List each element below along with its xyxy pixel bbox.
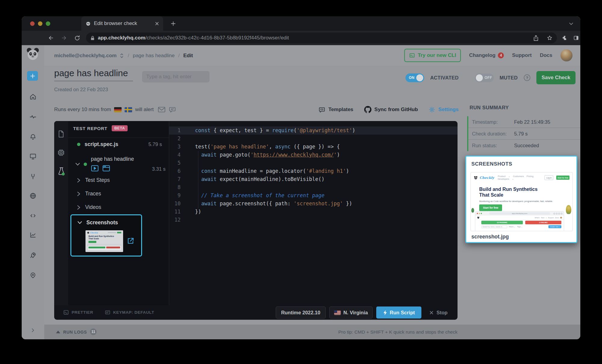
file-tab-icon[interactable] [57, 130, 65, 138]
window-controls[interactable] [30, 21, 50, 26]
side-panel-icon[interactable] [573, 35, 579, 41]
minimize-window-button[interactable] [38, 21, 42, 26]
sidebar-expand-chevron-icon[interactable] [30, 328, 36, 333]
sync-github-button[interactable]: Sync from GitHub [364, 106, 418, 113]
runtime-selector[interactable]: Runtime 2022.10 [276, 306, 326, 319]
changelog-link[interactable]: Changelog 4 [469, 52, 504, 58]
code-line[interactable]: 12 [169, 216, 458, 224]
code-line[interactable]: 7 await expect(mainHeadline).toBeVisible… [169, 175, 458, 183]
user-avatar[interactable] [560, 49, 573, 61]
keymap-button[interactable]: KEYMAP: DEFAULT [105, 310, 154, 315]
support-link[interactable]: Support [512, 52, 532, 58]
mini-passing-bar [88, 247, 105, 248]
tree-item-test-steps[interactable]: Test Steps [77, 177, 110, 183]
tab-close-icon[interactable] [155, 22, 159, 26]
sidebar-item-quickstart[interactable] [29, 251, 37, 259]
run-summary-table: Timestamp: Feb 22 15:49:35 Check duratio… [467, 116, 580, 151]
prettier-button[interactable]: PRETTIER [63, 310, 93, 315]
summary-value: 5.79 s [514, 131, 528, 137]
mini-headline-1: Build and Run Synthetics [88, 235, 120, 238]
browser-tab[interactable]: Edit browser check [81, 16, 163, 31]
spec-file-row[interactable]: script.spec.js 5.79 s [77, 140, 169, 149]
docs-link[interactable]: Docs [540, 52, 552, 58]
video-icon[interactable] [91, 165, 99, 172]
tab-search-chevron-icon[interactable] [569, 22, 573, 25]
muted-help-icon[interactable]: ? [524, 74, 530, 81]
sweden-flag-icon [125, 107, 132, 112]
sidebar-item-monitoring[interactable] [29, 113, 37, 120]
sidebar-item-locations[interactable] [29, 272, 37, 279]
sidebar-item-dashboards[interactable] [29, 153, 37, 160]
checkly-raccoon-logo-icon [474, 176, 478, 180]
sidebar-item-snippets[interactable] [29, 212, 37, 219]
settings-button[interactable]: Settings [429, 106, 458, 113]
sidebar-item-private-locations[interactable] [29, 192, 37, 200]
line-number: 6 [169, 167, 186, 175]
extensions-puzzle-icon[interactable] [562, 35, 568, 41]
code-line[interactable]: 2 [169, 135, 458, 143]
sidebar-item-alerts[interactable] [29, 133, 37, 141]
bookmark-star-icon[interactable] [547, 35, 553, 41]
plus-icon [30, 73, 35, 79]
share-icon[interactable] [533, 35, 539, 41]
tree-item-traces[interactable]: Traces [77, 191, 101, 197]
tree-item-videos[interactable]: Videos [77, 204, 101, 210]
email-alert-icon[interactable] [158, 106, 166, 113]
lightning-icon [383, 310, 387, 316]
sidebar-item-analytics[interactable] [29, 231, 37, 239]
code-line[interactable]: 8 [169, 183, 458, 191]
sms-alert-icon[interactable] [169, 106, 176, 113]
check-name-input[interactable] [54, 68, 133, 81]
region-selector[interactable]: N. Virginia [329, 306, 373, 319]
screenshot-mini-thumbnail[interactable]: Checkly Build and Run Synthetics That Sc… [85, 230, 123, 252]
summary-row-status: Run status: Succeeded [468, 140, 580, 151]
browser-window-icon[interactable] [102, 165, 110, 172]
try-cli-button[interactable]: Try our new CLI [404, 49, 461, 62]
github-icon [364, 106, 371, 113]
test-report-flask-icon[interactable] [57, 167, 66, 176]
sidebar-item-maintenance[interactable] [29, 173, 37, 180]
reload-icon[interactable] [74, 35, 80, 41]
code-line[interactable]: 3test('page has headline', async ({ page… [169, 143, 458, 151]
create-new-button[interactable] [27, 71, 38, 81]
checkly-panda-logo-icon[interactable] [26, 47, 40, 61]
code-line[interactable]: 6 const mainHeadline = page.locator('#la… [169, 167, 458, 175]
run-logs-bar[interactable]: RUN LOGS 11 Pro tip: CMD + SHIFT + K qui… [44, 325, 580, 339]
account-switcher[interactable]: michelle@checklyhq.com [54, 53, 116, 59]
stop-label: Stop [436, 310, 448, 316]
new-tab-button[interactable] [171, 21, 176, 26]
activated-toggle[interactable]: ON [405, 73, 424, 82]
chevron-down-icon[interactable] [75, 163, 80, 166]
code-line[interactable]: 1const { expect, test } = require('@play… [169, 126, 458, 135]
tag-input[interactable] [142, 71, 209, 82]
line-number: 2 [169, 135, 186, 143]
account-select-chevrons-icon[interactable] [119, 53, 124, 59]
back-icon[interactable] [48, 35, 54, 41]
screenshots-node-header[interactable]: Screenshots [77, 219, 118, 226]
screenshot-thumbnail[interactable]: Checkly Product ⌄ Customers Pricing Deve… [470, 172, 573, 231]
save-check-button[interactable]: Save Check [536, 71, 576, 84]
forward-icon[interactable] [61, 35, 67, 41]
line-number: 8 [169, 183, 186, 191]
breadcrumb-check-name[interactable]: page has headline [133, 53, 175, 59]
code-line[interactable]: 9 // Take a screenshot of the current pa… [169, 191, 458, 200]
url-bar[interactable]: app.checklyhq.com/checks/a2ec932b-c42c-4… [86, 33, 557, 43]
tree-item-screenshots-highlighted[interactable]: Screenshots Checkly Build and Run Synthe… [70, 214, 142, 257]
code-editor-panel: TEST REPORT BETA script.spec.js 5.79 s p… [54, 121, 458, 320]
mini-traffic-red [477, 213, 478, 214]
code-line[interactable]: 4 await page.goto('https://www.checklyhq… [169, 151, 458, 159]
test-case-time: 3.31 s [152, 166, 166, 172]
close-window-button[interactable] [30, 21, 35, 26]
code-line[interactable]: 5 [169, 159, 458, 167]
maximize-window-button[interactable] [46, 21, 50, 26]
code-line[interactable]: 10 await page.screenshot({ path: 'screen… [169, 200, 458, 208]
muted-toggle[interactable]: OFF [475, 73, 494, 82]
code-line[interactable]: 11}) [169, 208, 458, 216]
run-script-button[interactable]: Run Script [376, 306, 421, 319]
toggle-knob [416, 74, 423, 81]
templates-button[interactable]: Templates [318, 106, 353, 113]
external-link-icon[interactable] [127, 237, 135, 245]
sidebar-item-home[interactable] [29, 93, 37, 101]
debug-chip-icon[interactable] [57, 149, 65, 157]
stop-button[interactable]: Stop [425, 306, 452, 319]
